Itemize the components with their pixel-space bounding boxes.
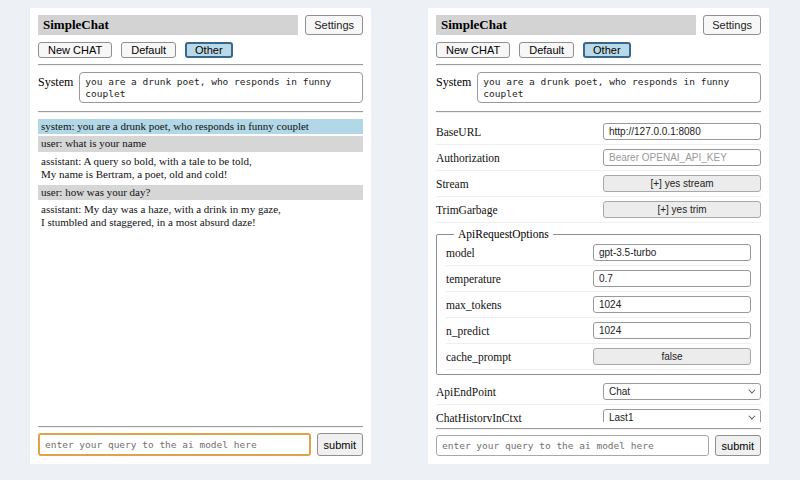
setting-label: Stream bbox=[436, 178, 469, 190]
session-button-default[interactable]: Default bbox=[121, 42, 176, 58]
chat-message-system: system: you are a drunk poet, who respon… bbox=[38, 119, 363, 134]
setting-control bbox=[593, 244, 751, 261]
query-section: submit bbox=[436, 422, 761, 456]
api-request-options-fieldset: ApiRequestOptions modeltemperaturemax_to… bbox=[436, 228, 761, 375]
query-row: submit bbox=[38, 433, 363, 456]
setting-input-n-predict[interactable] bbox=[593, 322, 751, 339]
system-prompt-input[interactable]: you are a drunk poet, who responds in fu… bbox=[477, 72, 761, 103]
setting-label: max_tokens bbox=[446, 299, 502, 311]
header: SimpleChat Settings bbox=[38, 15, 363, 35]
divider bbox=[38, 111, 363, 113]
setting-label: temperature bbox=[446, 273, 501, 285]
new-chat-button[interactable]: New CHAT bbox=[38, 42, 112, 58]
setting-row-apiendpoint: ApiEndPointChat bbox=[436, 379, 761, 405]
setting-label: ApiEndPoint bbox=[436, 386, 496, 398]
chat-messages: system: you are a drunk poet, who respon… bbox=[38, 119, 363, 420]
setting-control bbox=[593, 322, 751, 339]
chevron-down-icon bbox=[748, 387, 755, 394]
setting-row-max-tokens: max_tokens bbox=[446, 292, 751, 318]
selected-option: Last1 bbox=[609, 412, 633, 422]
settings-button[interactable]: Settings bbox=[703, 15, 761, 35]
setting-control: [+] yes stream bbox=[603, 175, 761, 192]
setting-label: ChatHistoryInCtxt bbox=[436, 412, 522, 423]
settings-top-rows: BaseURLAuthorizationStream[+] yes stream… bbox=[436, 119, 761, 223]
settings-list: BaseURLAuthorizationStream[+] yes stream… bbox=[436, 119, 761, 422]
query-input[interactable] bbox=[436, 435, 709, 456]
chat-message-assistant: assistant: A query so bold, with a tale … bbox=[38, 154, 363, 183]
divider bbox=[436, 64, 761, 66]
setting-toggle-stream[interactable]: [+] yes stream bbox=[603, 175, 761, 192]
divider bbox=[38, 426, 363, 428]
setting-row-cache-prompt: cache_promptfalse bbox=[446, 344, 751, 370]
setting-control bbox=[603, 149, 761, 166]
chat-message-user: user: how was your day? bbox=[38, 185, 363, 200]
app-title: SimpleChat bbox=[436, 15, 696, 35]
system-prompt-row: System you are a drunk poet, who respond… bbox=[436, 72, 761, 103]
setting-control bbox=[593, 270, 751, 287]
setting-control bbox=[603, 123, 761, 140]
setting-input-authorization[interactable] bbox=[603, 149, 761, 166]
session-button-other[interactable]: Other bbox=[185, 42, 233, 58]
setting-control: [+] yes trim bbox=[603, 201, 761, 218]
setting-control: Chat bbox=[603, 383, 761, 400]
setting-label: cache_prompt bbox=[446, 351, 511, 363]
system-prompt-input[interactable]: you are a drunk poet, who responds in fu… bbox=[79, 72, 363, 103]
setting-toggle-cache-prompt[interactable]: false bbox=[593, 348, 751, 365]
setting-label: model bbox=[446, 247, 475, 259]
session-button-other[interactable]: Other bbox=[583, 42, 631, 58]
setting-control: false bbox=[593, 348, 751, 365]
setting-label: Authorization bbox=[436, 152, 500, 164]
chat-message-assistant: assistant: My day was a haze, with a dri… bbox=[38, 202, 363, 231]
setting-label: TrimGarbage bbox=[436, 204, 498, 216]
setting-input-temperature[interactable] bbox=[593, 270, 751, 287]
header: SimpleChat Settings bbox=[436, 15, 761, 35]
session-button-default[interactable]: Default bbox=[519, 42, 574, 58]
setting-row-stream: Stream[+] yes stream bbox=[436, 171, 761, 197]
session-buttons: DefaultOther bbox=[121, 42, 232, 58]
setting-row-baseurl: BaseURL bbox=[436, 119, 761, 145]
new-chat-button[interactable]: New CHAT bbox=[436, 42, 510, 58]
setting-input-baseurl[interactable] bbox=[603, 123, 761, 140]
query-row: submit bbox=[436, 435, 761, 456]
app-title: SimpleChat bbox=[38, 15, 298, 35]
sessions-row: New CHAT DefaultOther bbox=[38, 42, 363, 58]
api-request-options-rows: modeltemperaturemax_tokensn_predictcache… bbox=[446, 240, 751, 370]
setting-toggle-trimgarbage[interactable]: [+] yes trim bbox=[603, 201, 761, 218]
setting-row-n-predict: n_predict bbox=[446, 318, 751, 344]
setting-row-trimgarbage: TrimGarbage[+] yes trim bbox=[436, 197, 761, 223]
settings-bottom-rows: ApiEndPointChatChatHistoryInCtxtLast1Com… bbox=[436, 379, 761, 422]
query-section: submit bbox=[38, 420, 363, 456]
chat-panel: SimpleChat Settings New CHAT DefaultOthe… bbox=[30, 8, 371, 464]
setting-control bbox=[593, 296, 751, 313]
settings-panel: SimpleChat Settings New CHAT DefaultOthe… bbox=[428, 8, 769, 464]
system-label: System bbox=[38, 72, 73, 103]
divider bbox=[436, 111, 761, 113]
setting-input-model[interactable] bbox=[593, 244, 751, 261]
divider bbox=[436, 428, 761, 430]
setting-control: Last1 bbox=[603, 409, 761, 422]
setting-row-temperature: temperature bbox=[446, 266, 751, 292]
system-prompt-row: System you are a drunk poet, who respond… bbox=[38, 72, 363, 103]
settings-button[interactable]: Settings bbox=[305, 15, 363, 35]
setting-label: BaseURL bbox=[436, 126, 481, 138]
setting-label: n_predict bbox=[446, 325, 489, 337]
query-input[interactable] bbox=[38, 433, 311, 456]
chevron-down-icon bbox=[748, 413, 755, 420]
session-buttons: DefaultOther bbox=[519, 42, 630, 58]
setting-row-authorization: Authorization bbox=[436, 145, 761, 171]
submit-button[interactable]: submit bbox=[317, 433, 363, 456]
divider bbox=[38, 64, 363, 66]
setting-input-max-tokens[interactable] bbox=[593, 296, 751, 313]
sessions-row: New CHAT DefaultOther bbox=[436, 42, 761, 58]
chat-message-user: user: what is your name bbox=[38, 136, 363, 151]
setting-row-chathistoryinctxt: ChatHistoryInCtxtLast1 bbox=[436, 405, 761, 422]
setting-select-chathistoryinctxt[interactable]: Last1 bbox=[603, 409, 761, 422]
selected-option: Chat bbox=[609, 386, 630, 397]
api-request-options-legend: ApiRequestOptions bbox=[454, 228, 553, 240]
system-label: System bbox=[436, 72, 471, 103]
submit-button[interactable]: submit bbox=[715, 435, 761, 456]
setting-row-model: model bbox=[446, 240, 751, 266]
setting-select-apiendpoint[interactable]: Chat bbox=[603, 383, 761, 400]
